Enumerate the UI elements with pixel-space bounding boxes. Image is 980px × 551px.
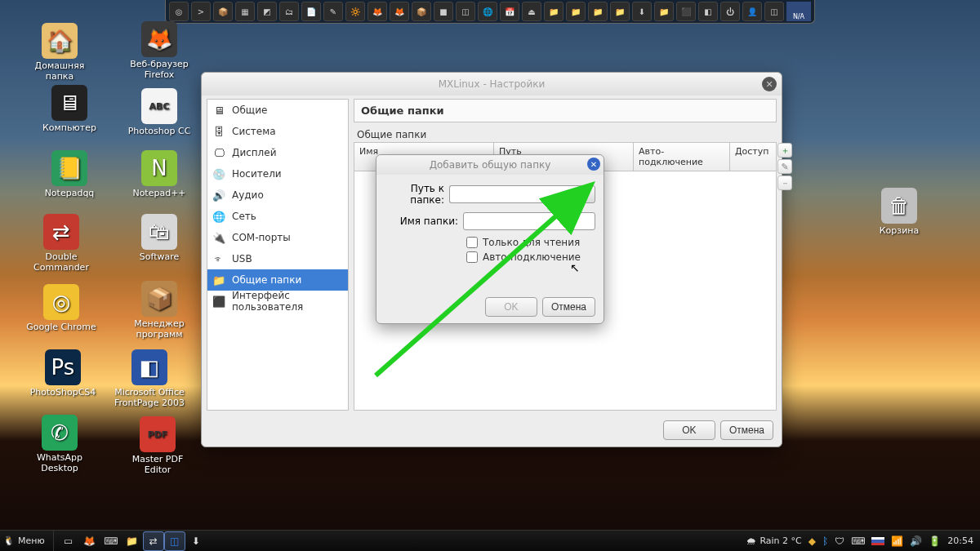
sidebar-item-2[interactable]: 🖵Дисплей — [207, 142, 348, 163]
desktop-icon-photoshopcs4[interactable]: PsPhotoShopCS4 — [26, 349, 100, 398]
desktop-icon-label: Компьютер — [42, 122, 96, 133]
sidebar-icon: ᯤ — [212, 252, 225, 265]
dock-launcher-18[interactable]: 📁 — [566, 2, 586, 21]
keyboard-icon[interactable]: ⌨ — [851, 535, 865, 547]
bluetooth-icon[interactable]: ᛒ — [822, 535, 828, 547]
dock-launcher-20[interactable]: 📁 — [610, 2, 630, 21]
folder-name-input[interactable] — [463, 212, 595, 230]
dock-launcher-5[interactable]: 🗂 — [279, 2, 299, 21]
cancel-button[interactable]: Отмена — [720, 420, 773, 440]
shield-icon[interactable]: 🛡 — [835, 535, 844, 547]
sidebar-item-4[interactable]: 🔊Аудио — [207, 184, 348, 206]
dock-launcher-19[interactable]: 📁 — [588, 2, 608, 21]
dock-launcher-24[interactable]: ◧ — [698, 2, 718, 21]
desktop-icon-label: Photoshop CC — [128, 126, 191, 136]
dock-launcher-11[interactable]: 📦 — [412, 2, 431, 21]
dock-launcher-15[interactable]: 📅 — [500, 2, 519, 21]
virtualbox-task-icon[interactable]: ◫ — [165, 532, 185, 550]
dock-launcher-4[interactable]: ◩ — [257, 2, 277, 21]
desktop-icon-notepadqq[interactable]: 📒Notepadqq — [33, 150, 106, 198]
volume-icon[interactable]: 🔊 — [910, 535, 922, 547]
desktop-icon-photoshop-cc[interactable]: ABCPhotoshop CC — [122, 88, 196, 136]
terminal-task-icon[interactable]: ⌨ — [101, 532, 121, 550]
automount-checkbox[interactable] — [466, 251, 478, 263]
clock[interactable]: 20:54 — [947, 535, 973, 546]
close-icon[interactable]: ✕ — [587, 158, 600, 171]
sidebar-item-0[interactable]: 🖥Общие — [207, 100, 348, 121]
close-icon[interactable]: ✕ — [762, 77, 777, 91]
dock-launcher-21[interactable]: ⬇ — [632, 2, 652, 21]
dock-launcher-6[interactable]: 📄 — [301, 2, 321, 21]
double-commander-task-icon[interactable]: ⇄ — [144, 532, 163, 550]
desktop-icon-домашняя-папка[interactable]: 🏠Домашняя папка — [23, 23, 96, 82]
sidebar-icon: 🗄 — [212, 125, 225, 138]
chevron-down-icon[interactable]: ▼ — [579, 185, 595, 203]
battery-icon[interactable]: 🔋 — [929, 535, 941, 547]
sidebar-item-8[interactable]: 📁Общие папки — [207, 269, 348, 291]
sidebar-item-1[interactable]: 🗄Система — [207, 121, 348, 142]
desktop-icon-google-chrome[interactable]: ◎Google Chrome — [24, 284, 98, 332]
dock-launcher-12[interactable]: ■ — [434, 2, 453, 21]
dock-launcher-10[interactable]: 🦊 — [390, 2, 409, 21]
desktop-icon-microsoft-office-frontpage-2003[interactable]: ◧Microsoft Office FrontPage 2003 — [113, 349, 186, 408]
folder-path-input[interactable] — [449, 185, 579, 203]
desktop-icon-notepad-[interactable]: NNotepad++ — [122, 150, 196, 198]
dock-launcher-9[interactable]: 🦊 — [368, 2, 387, 21]
dock-launcher-3[interactable]: ▦ — [235, 2, 255, 21]
dock-launcher-25[interactable]: ⏻ — [720, 2, 740, 21]
sidebar-item-7[interactable]: ᯤUSB — [207, 248, 348, 269]
desktop-icon-корзина[interactable]: 🗑Корзина — [862, 188, 936, 236]
app-icon: ABC — [141, 88, 177, 124]
wifi-icon[interactable]: 📶 — [891, 535, 903, 547]
sidebar-item-9[interactable]: ⬛Интерфейс пользователя — [207, 291, 348, 312]
settings-titlebar[interactable]: MXLinux - Настройки ✕ — [202, 73, 782, 96]
col-automount[interactable]: Авто-подключение — [634, 143, 730, 171]
desktop-icon-веб-браузер-firefox[interactable]: 🦊Веб-браузер Firefox — [122, 21, 196, 80]
sidebar-item-label: Носители — [232, 168, 282, 180]
dialog-cancel-button[interactable]: Отмена — [542, 297, 595, 317]
show-desktop-button[interactable]: ▭ — [59, 532, 78, 550]
desktop-icon-double-commander[interactable]: ⇄Double Commander — [24, 214, 98, 273]
ok-button[interactable]: OK — [663, 420, 715, 440]
indicator-icon[interactable]: ◆ — [808, 535, 816, 547]
add-dialog-titlebar[interactable]: Добавить общую папку ✕ — [376, 155, 604, 175]
readonly-checkbox[interactable] — [466, 237, 478, 248]
desktop-icon-master-pdf-editor[interactable]: PDFMaster PDF Editor — [121, 416, 194, 475]
dock-launcher-23[interactable]: ⬛ — [676, 2, 696, 21]
add-folder-button[interactable]: ＋ — [777, 143, 792, 158]
network-indicator[interactable]: N/A — [786, 2, 811, 21]
transmission-task-icon[interactable]: ⬇ — [186, 532, 206, 550]
dock-launcher-26[interactable]: 👤 — [742, 2, 762, 21]
dock-launcher-27[interactable]: ◫ — [764, 2, 784, 21]
sidebar-item-5[interactable]: 🌐Сеть — [207, 206, 348, 227]
dock-launcher-16[interactable]: ⏏ — [522, 2, 541, 21]
files-task-icon[interactable]: 📁 — [122, 532, 142, 550]
dialog-ok-button[interactable]: OK — [485, 297, 537, 317]
dock-launcher-7[interactable]: ✎ — [323, 2, 343, 21]
desktop-icon-менеджер-программ[interactable]: 📦Менеджер программ — [122, 281, 196, 340]
desktop-icon-label: Домашняя папка — [23, 60, 96, 82]
dock-launcher-13[interactable]: ◫ — [456, 2, 475, 21]
weather-widget[interactable]: 🌧 Rain 2 °C — [746, 535, 801, 547]
desktop-icon-label: Менеджер программ — [122, 318, 196, 340]
sidebar-item-6[interactable]: 🔌COM-порты — [207, 227, 348, 248]
dock-launcher-1[interactable]: > — [191, 2, 211, 21]
keyboard-layout-flag[interactable] — [871, 537, 884, 545]
start-menu-button[interactable]: 🐧 Меню — [0, 531, 54, 551]
desktop-icon-software[interactable]: 🛍Software — [122, 214, 196, 262]
desktop-icon-компьютер[interactable]: 🖥Компьютер — [33, 85, 106, 133]
sidebar-icon: 🔊 — [212, 189, 225, 202]
sidebar-item-3[interactable]: 💿Носители — [207, 163, 348, 184]
edit-folder-button[interactable]: ✎ — [777, 159, 792, 174]
dock-launcher-0[interactable]: ◎ — [169, 2, 189, 21]
dock-launcher-2[interactable]: 📦 — [213, 2, 233, 21]
remove-folder-button[interactable]: － — [777, 176, 792, 190]
firefox-task-icon[interactable]: 🦊 — [80, 532, 100, 550]
dock-launcher-17[interactable]: 📁 — [544, 2, 564, 21]
desktop-icon-whatsapp-desktop[interactable]: ✆WhatsApp Desktop — [23, 415, 96, 473]
col-access[interactable]: Доступ — [730, 143, 776, 171]
dock-launcher-22[interactable]: 📁 — [654, 2, 674, 21]
sidebar-icon: 🔌 — [212, 231, 225, 244]
dock-launcher-8[interactable]: 🔆 — [345, 2, 365, 21]
dock-launcher-14[interactable]: 🌐 — [478, 2, 497, 21]
